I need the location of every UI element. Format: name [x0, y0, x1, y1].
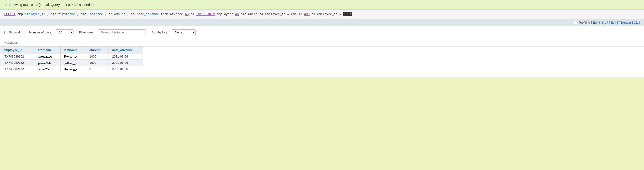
controls-bar: Show all | Number of rows: 25 50 100 250…: [0, 26, 644, 39]
cell-amount: 5: [86, 66, 108, 72]
table-row: ITX743089152 ——— B———: [0, 66, 143, 72]
cell-amount: 1000: [86, 60, 108, 66]
status-bar: ✔ Showing rows 0 - 2 (3 total, Query too…: [0, 0, 644, 10]
cell-employee-id: ITX743089152: [0, 66, 34, 72]
filter-label: Filter rows:: [79, 30, 94, 34]
check-icon: ✔: [4, 2, 8, 7]
num-rows-label: Number of rows:: [29, 30, 52, 34]
profiling-label: Profiling: [579, 21, 590, 24]
cell-amount: 1000: [86, 53, 108, 60]
sql-bar: SELECT emp.employee_id , emp.firstname ,…: [0, 10, 644, 19]
num-rows-select[interactable]: 25 50 100 250: [56, 29, 74, 35]
cell-lastname: B———: [60, 66, 86, 72]
results-table: employee_id firstname lastname amount da…: [0, 46, 143, 72]
cell-date-advance: 2021-01-06: [108, 53, 143, 60]
cell-lastname: —B——: [60, 60, 86, 66]
profiling-checkbox[interactable]: [574, 21, 577, 24]
col-date-advance[interactable]: date_advance: [108, 46, 143, 53]
cell-date-advance: 2021-01-06: [108, 66, 143, 72]
cell-employee-id: ITX743089152: [0, 60, 34, 66]
cell-employee-id: ITX743089152: [0, 53, 34, 60]
edit-inline-link[interactable]: Edit inline: [593, 21, 606, 24]
table-row: ITX743089152 I——— —B——: [0, 60, 143, 66]
cell-lastname: R——: [60, 53, 86, 60]
cell-firstname: I———: [34, 53, 60, 60]
options-bar: + Options: [0, 39, 644, 46]
sql-select-keyword: SELECT: [4, 12, 16, 16]
options-link[interactable]: + Options: [4, 41, 18, 44]
edit-link[interactable]: Edit: [611, 21, 616, 24]
sort-label: Sort by key:: [152, 30, 168, 34]
toolbar-bar: Profiling [ Edit inline ] [ Edit ] [ Exp…: [0, 19, 644, 26]
filter-input[interactable]: [98, 29, 146, 35]
status-text: Showing rows 0 - 2 (3 total, Query took …: [9, 3, 94, 7]
col-amount[interactable]: amount: [86, 46, 108, 53]
cell-firstname: I———: [34, 60, 60, 66]
divider: |: [24, 30, 25, 34]
data-table-container: employee_id firstname lastname amount da…: [0, 46, 644, 77]
cell-date-advance: 2021-01-06: [108, 60, 143, 66]
col-employee-id[interactable]: employee_id: [0, 46, 34, 53]
col-lastname[interactable]: lastname: [60, 46, 86, 53]
show-all-checkbox[interactable]: [4, 31, 8, 34]
show-all-label[interactable]: Show all: [4, 30, 20, 34]
explain-sql-link[interactable]: Explain SQL: [620, 21, 638, 24]
sort-select[interactable]: None: [172, 29, 196, 35]
table-row: ITX743089152 I——— R——: [0, 53, 143, 60]
table-header-row: employee_id firstname lastname amount da…: [0, 46, 143, 53]
cell-firstname: ———: [34, 66, 60, 72]
col-firstname[interactable]: firstname: [34, 46, 60, 53]
